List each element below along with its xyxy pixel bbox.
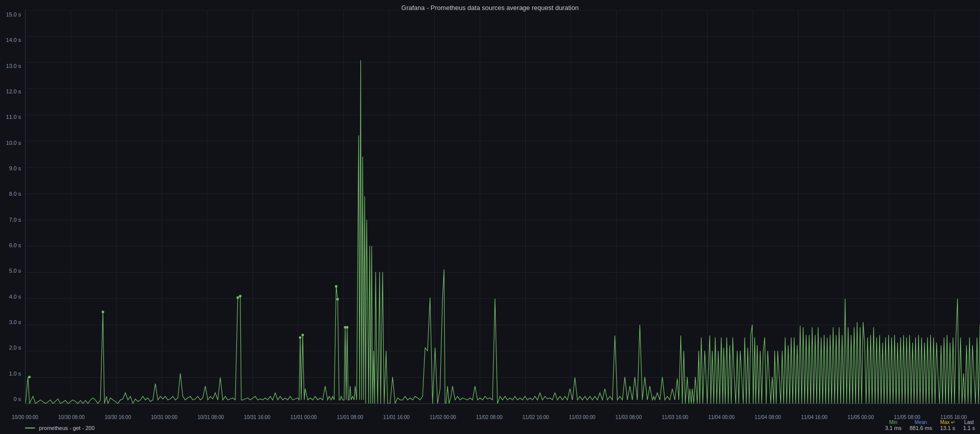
stat-max-label: Max ↵ xyxy=(940,420,955,425)
stat-last-value: 1.1 s xyxy=(963,425,975,431)
stat-min-label: Min xyxy=(889,420,897,425)
svg-point-39 xyxy=(101,311,104,313)
legend-area: prometheus - get - 200 xyxy=(25,425,94,431)
svg-point-38 xyxy=(28,376,30,378)
y-label-12: 12.0 s xyxy=(0,89,25,94)
x-label-6: 11/01 00:00 xyxy=(290,415,317,420)
x-label-15: 11/04 00:00 xyxy=(708,415,735,420)
x-label-4: 10/31 08:00 xyxy=(197,415,224,420)
svg-point-41 xyxy=(239,295,241,297)
x-label-10: 11/02 08:00 xyxy=(476,415,503,420)
stat-min-value: 3.1 ms xyxy=(885,425,902,431)
y-label-2: 2.0 s xyxy=(0,345,25,351)
y-label-7: 7.0 s xyxy=(0,217,25,223)
stat-last-label: Last xyxy=(965,420,974,425)
y-label-9: 9.0 s xyxy=(0,166,25,171)
y-label-10: 10.0 s xyxy=(0,140,25,146)
chart-container: Grafana - Prometheus data sources averag… xyxy=(0,0,980,434)
stat-last: Last 1.1 s xyxy=(963,420,975,431)
svg-point-43 xyxy=(301,334,304,336)
x-label-12: 11/03 00:00 xyxy=(569,415,595,420)
stat-max: Max ↵ 13.1 s xyxy=(940,420,955,431)
chart-svg xyxy=(25,10,980,404)
x-label-18: 11/05 00:00 xyxy=(848,415,874,420)
svg-point-45 xyxy=(336,298,339,300)
stat-mean-label: Mean xyxy=(915,420,927,425)
x-label-8: 11/01 16:00 xyxy=(383,415,410,420)
y-label-13: 13.0 s xyxy=(0,63,25,69)
x-label-14: 11/03 16:00 xyxy=(662,415,688,420)
y-label-3: 3.0 s xyxy=(0,320,25,325)
y-label-6: 6.0 s xyxy=(0,243,25,248)
stat-mean: Mean 881.6 ms xyxy=(910,420,932,431)
stat-mean-value: 881.6 ms xyxy=(910,425,932,431)
x-label-1: 10/30 08:00 xyxy=(58,415,84,420)
svg-point-42 xyxy=(299,336,301,339)
legend-line-icon xyxy=(25,428,35,429)
y-label-1: 1.0 s xyxy=(0,371,25,377)
x-label-2: 10/30 16:00 xyxy=(104,415,131,420)
svg-point-40 xyxy=(236,296,239,299)
svg-point-44 xyxy=(335,285,337,288)
y-label-8: 8.0 s xyxy=(0,191,25,197)
chart-line xyxy=(25,60,980,404)
x-label-9: 11/02 00:00 xyxy=(430,415,456,420)
x-axis: 10/30 00:00 10/30 08:00 10/30 16:00 10/3… xyxy=(25,415,980,420)
y-label-0: 0 s xyxy=(0,397,25,402)
stat-min: Min 3.1 ms xyxy=(885,420,902,431)
y-axis: 15.0 s 14.0 s 13.0 s 12.0 s 11.0 s 10.0 … xyxy=(0,10,25,404)
x-label-17: 11/04 16:00 xyxy=(801,415,828,420)
graph-area xyxy=(25,10,980,404)
y-label-14: 14.0 s xyxy=(0,37,25,43)
x-label-7: 11/01 08:00 xyxy=(337,415,363,420)
y-label-5: 5.0 s xyxy=(0,268,25,274)
stat-max-value: 13.1 s xyxy=(940,425,955,431)
y-label-4: 4.0 s xyxy=(0,294,25,300)
x-label-13: 11/03 08:00 xyxy=(615,415,642,420)
x-label-5: 10/31 16:00 xyxy=(244,415,270,420)
stats-area: Min 3.1 ms Mean 881.6 ms Max ↵ 13.1 s La… xyxy=(885,420,975,431)
x-label-3: 10/31 00:00 xyxy=(151,415,177,420)
legend-label: prometheus - get - 200 xyxy=(39,425,94,431)
svg-point-47 xyxy=(346,326,348,329)
y-label-11: 11.0 s xyxy=(0,114,25,120)
x-label-11: 11/02 16:00 xyxy=(523,415,549,420)
y-label-15: 15.0 s xyxy=(0,12,25,17)
x-label-0: 10/30 00:00 xyxy=(12,415,38,420)
x-label-16: 11/04 08:00 xyxy=(755,415,781,420)
